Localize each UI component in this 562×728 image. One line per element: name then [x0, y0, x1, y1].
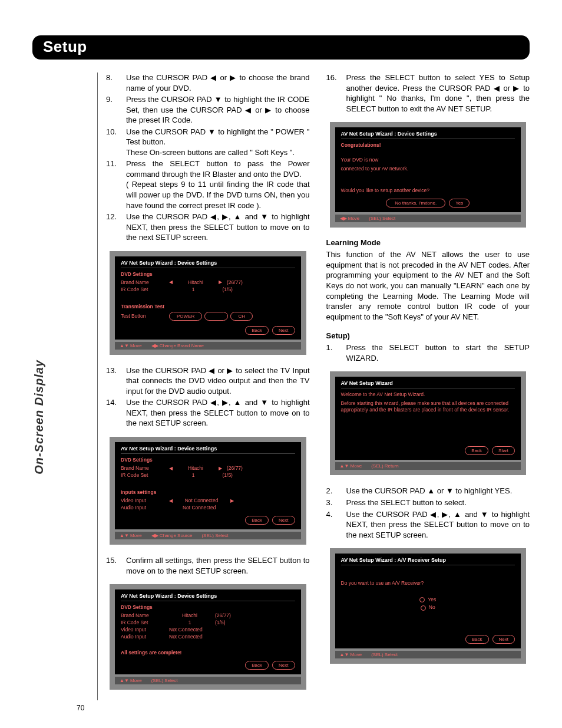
step-text: Press the SELECT button to start the SET… — [346, 342, 530, 363]
osd-label: IR Code Set — [121, 286, 167, 292]
osd-footer: ▲▼ Move ◀▶ Change Brand Name — [115, 342, 301, 350]
radio-icon — [419, 597, 425, 602]
footer-change: ◀▶ Change Brand Name — [151, 343, 204, 348]
step-text: Use the CURSOR PAD ◀, ▶, ▲ and ▼ to high… — [126, 397, 310, 429]
osd-subheading: Inputs settings — [121, 489, 295, 495]
spacer — [216, 286, 217, 292]
power-softkey[interactable]: POWER — [169, 312, 202, 321]
osd-row-test: Test Button POWER CH — [121, 311, 295, 321]
radio-yes[interactable]: Yes — [341, 597, 515, 602]
osd-footer: ▲▼ Move (SEL) Select — [115, 677, 301, 684]
osd-index: (1/5) — [220, 472, 295, 478]
step-num: 9. — [106, 94, 121, 126]
ch-softkey[interactable]: CH — [230, 312, 253, 321]
osd-label: Brand Name — [121, 612, 167, 618]
osd-label: Brand Name — [121, 279, 167, 285]
osd-subheading: DVD Settings — [121, 271, 295, 277]
steps-list: 1.Press the SELECT button to start the S… — [326, 342, 530, 363]
osd-label: Brand Name — [121, 465, 167, 471]
right-arrow-icon: ▶ — [230, 498, 234, 503]
osd-question: Do you want to use an A/V Receiver? — [341, 580, 515, 587]
osd-label: Video Input — [121, 498, 167, 503]
footer-select: (SEL) Select — [371, 652, 398, 657]
osd-value: 1 — [173, 286, 214, 292]
step-item: 8.Use the CURSOR PAD ◀ or ▶ to choose th… — [106, 73, 310, 93]
back-button[interactable]: Back — [465, 446, 488, 455]
step-text: Use the CURSOR PAD ◀, ▶, ▲ and ▼ to high… — [346, 509, 530, 541]
page-number: 70 — [77, 704, 84, 712]
osd-value: 1 — [169, 620, 210, 625]
step-item: 9.Press the CURSOR PAD ▼ to highlight th… — [106, 94, 310, 126]
footer-move: ▲▼ Move — [120, 678, 142, 683]
next-button[interactable]: Next — [492, 635, 515, 644]
osd-congrats-line: Congratulations! — [341, 142, 515, 149]
step-text: Confirm all settings, then press the SEL… — [126, 555, 310, 576]
back-button[interactable]: Back — [245, 326, 269, 335]
radio-no[interactable]: No — [341, 604, 515, 610]
step-text: Use the CURSOR PAD ◀, ▶, ▲ and ▼ to high… — [126, 212, 310, 243]
back-button[interactable]: Back — [465, 635, 489, 644]
steps-list: 15.Confirm all settings, then press the … — [106, 555, 310, 576]
footer-select: (SEL) Select — [369, 216, 395, 221]
steps-list: 13.Use the CURSOR PAD ◀ or ▶ to select t… — [106, 365, 310, 429]
step-num: 8. — [106, 73, 121, 93]
osd-device-settings-2: AV Net Setup Wizard : Device Settings DV… — [110, 437, 306, 545]
osd-device-settings-3: AV Net Setup Wizard : Device Settings DV… — [110, 584, 306, 690]
content-columns: 8.Use the CURSOR PAD ◀ or ▶ to choose th… — [97, 73, 530, 700]
step-text: Press the SELECT button to select YES to… — [346, 73, 530, 114]
step-text: Press the SELECT button to select. — [346, 498, 530, 508]
step-text: Press the CURSOR PAD ▼ to highlight the … — [126, 94, 310, 126]
step-item: 3.Press the SELECT button to select. — [326, 498, 530, 508]
osd-value: 1 — [173, 472, 214, 478]
osd-setup-wizard: AV Net Setup Wizard Welcome to the AV Ne… — [330, 371, 527, 475]
learning-mode-body: This function of the AV NET allows the u… — [326, 249, 530, 322]
step-num: 11. — [106, 159, 121, 210]
section-title: Setup — [32, 35, 530, 60]
step-item: 2.Use the CURSOR PAD ▲ or ▼ to highlight… — [326, 486, 530, 496]
page: Setup On-Screen Display 8.Use the CURSOR… — [0, 0, 562, 724]
next-button[interactable]: Next — [272, 326, 295, 335]
spacer — [169, 286, 170, 292]
step-item: 12.Use the CURSOR PAD ◀, ▶, ▲ and ▼ to h… — [106, 212, 310, 243]
step-num: 2. — [326, 486, 342, 496]
blank-softkey[interactable] — [204, 312, 228, 321]
osd-label: IR Code Set — [121, 620, 167, 625]
back-button[interactable]: Back — [245, 661, 269, 670]
osd-title: AV Net Setup Wizard — [341, 380, 515, 388]
step-num: 1. — [326, 342, 342, 363]
next-button[interactable]: Next — [272, 516, 295, 525]
step-item: 1.Press the SELECT button to start the S… — [326, 342, 530, 363]
osd-value: Not Connected — [169, 627, 295, 633]
yes-button[interactable]: Yes — [449, 199, 470, 207]
osd-label: Audio Input — [121, 634, 167, 640]
step-text: Use the CURSOR PAD ▼ to highlight the " … — [126, 127, 310, 158]
side-tab: On-Screen Display — [32, 360, 46, 475]
footer-move: ▲▼ Move — [340, 463, 362, 469]
osd-congrats: AV Net Setup Wizard : Device Settings Co… — [330, 122, 527, 228]
start-button[interactable]: Start — [492, 446, 515, 455]
no-thanks-button[interactable]: No thanks, I'mdone. — [386, 199, 445, 207]
osd-title: AV Net Setup Wizard : Device Settings — [121, 260, 295, 268]
osd-row-brand: Brand Name ◀ Hitachi ▶ (26/77) — [121, 279, 295, 286]
osd-value: Hitachi — [169, 612, 210, 618]
osd-row-ircode: IR Code Set 1 (1/5) — [121, 286, 295, 293]
osd-label: Test Button — [121, 313, 167, 319]
left-arrow-icon: ◀ — [169, 498, 173, 503]
back-button[interactable]: Back — [245, 516, 269, 525]
right-arrow-icon: ▶ — [219, 466, 222, 471]
next-button[interactable]: Next — [272, 661, 295, 670]
osd-index: (1/5) — [220, 286, 295, 292]
osd-footer: ▲▼ Move ◀▶ Change Source (SEL) Select — [115, 532, 301, 539]
step-num: 10. — [106, 127, 121, 158]
osd-value: Hitachi — [175, 465, 216, 471]
osd-question: Would you like to setup another device? — [341, 187, 515, 194]
step-item: 16.Press the SELECT button to select YES… — [326, 73, 530, 114]
step-item: 4.Use the CURSOR PAD ◀, ▶, ▲ and ▼ to hi… — [326, 509, 530, 541]
right-column: 16.Press the SELECT button to select YES… — [326, 73, 530, 700]
left-column: 8.Use the CURSOR PAD ◀ or ▶ to choose th… — [106, 73, 310, 700]
footer-move: ▲▼ Move — [120, 533, 142, 538]
heading-learning-mode: Learning Mode — [326, 238, 530, 247]
osd-line: connected to your AV network. — [341, 166, 515, 172]
footer-select: (SEL) Select — [151, 678, 178, 683]
right-arrow-icon: ▶ — [219, 279, 222, 285]
